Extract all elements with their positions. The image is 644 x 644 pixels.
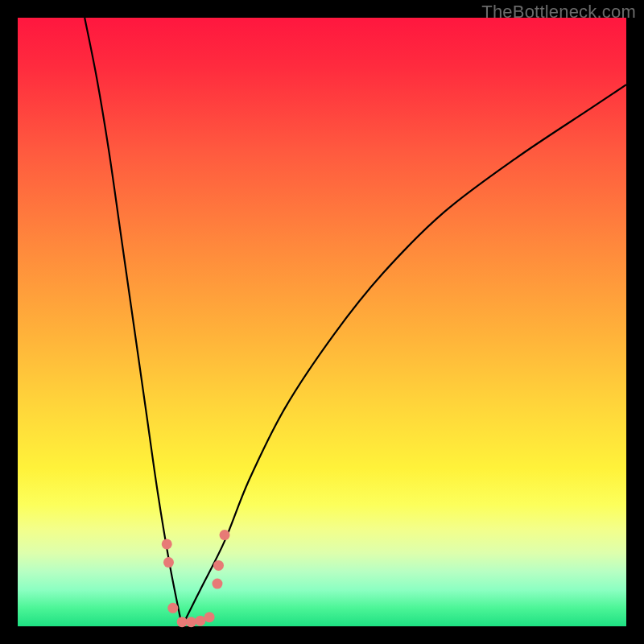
- data-dot: [186, 617, 196, 627]
- data-dot: [177, 617, 188, 627]
- data-dot: [167, 603, 178, 613]
- data-dot: [213, 560, 224, 571]
- data-dot: [204, 612, 215, 622]
- left-curve: [85, 18, 182, 626]
- data-dot: [220, 530, 230, 540]
- data-dot: [163, 557, 174, 568]
- chart-area: [18, 18, 626, 626]
- data-dot: [195, 616, 205, 626]
- data-dot: [212, 579, 222, 589]
- right-curve: [182, 85, 626, 626]
- curve-layer: [18, 18, 626, 626]
- data-dot: [162, 539, 172, 549]
- watermark-text: TheBottleneck.com: [481, 2, 636, 23]
